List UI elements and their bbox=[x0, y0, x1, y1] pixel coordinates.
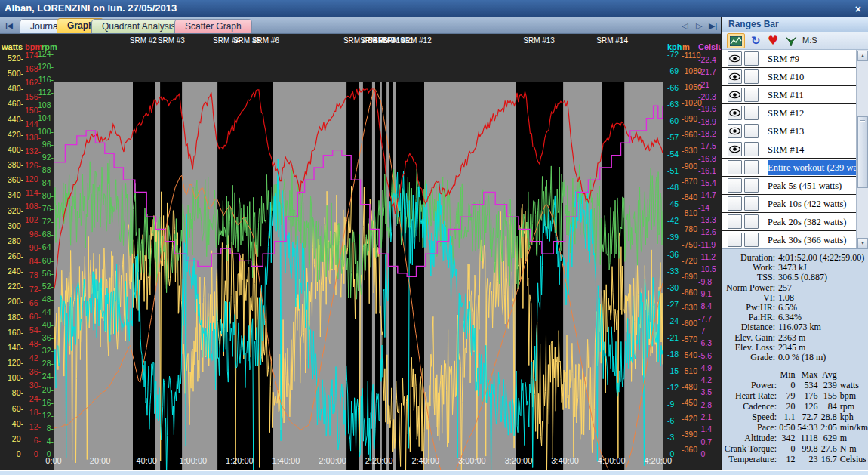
axis-label: -21.7 bbox=[698, 67, 716, 76]
axis-label: -750 bbox=[682, 240, 697, 249]
axis-label: 84- bbox=[38, 178, 54, 187]
time-axis-label: 3:20:00 bbox=[505, 456, 533, 465]
eye-icon[interactable] bbox=[728, 124, 742, 138]
axis-label: 440- bbox=[2, 115, 23, 124]
graph-toggle-button[interactable] bbox=[727, 33, 745, 48]
scroll-down-button[interactable]: ▼ bbox=[857, 238, 868, 248]
range-checkbox[interactable] bbox=[744, 69, 759, 84]
range-checkbox[interactable] bbox=[744, 124, 759, 138]
range-row[interactable]: SRM #13 bbox=[722, 122, 868, 140]
axis-label: -30 bbox=[667, 283, 679, 292]
axis-label: -11.2 bbox=[698, 252, 716, 261]
range-label[interactable]: SRM #12 bbox=[768, 106, 868, 121]
range-checkbox[interactable] bbox=[744, 106, 759, 120]
tab-nav-last-button[interactable]: ▶| bbox=[709, 20, 717, 31]
range-label[interactable]: SRM #14 bbox=[768, 142, 868, 157]
time-axis-label: 1:20:00 bbox=[226, 456, 254, 465]
axis-label: 68- bbox=[38, 230, 54, 239]
axis-label: -18.2 bbox=[698, 129, 716, 138]
range-checkbox[interactable] bbox=[744, 51, 759, 66]
heart-icon[interactable]: ♥ bbox=[768, 33, 778, 48]
axis-label: -66 bbox=[667, 83, 679, 92]
srm-marker-label: SRM #3 bbox=[158, 36, 185, 45]
tab-scroll-left-button[interactable]: |◀ bbox=[3, 20, 15, 31]
axis-label: -2.1 bbox=[698, 412, 712, 421]
axis-label: -450 bbox=[682, 398, 697, 407]
range-label[interactable]: Peak 30s (366 watts) bbox=[768, 233, 868, 248]
axis-label: 108- bbox=[38, 100, 54, 109]
tab-nav-next-button[interactable]: ▷ bbox=[696, 20, 702, 31]
range-row[interactable]: SRM #9 bbox=[722, 50, 868, 68]
range-checkbox[interactable] bbox=[744, 196, 759, 211]
axis-label: -900 bbox=[682, 162, 697, 171]
range-label[interactable]: SRM #9 bbox=[768, 51, 868, 66]
workout-plot[interactable] bbox=[54, 82, 663, 475]
axis-label: 320- bbox=[2, 206, 23, 215]
ranges-scrollbar[interactable]: ▲▼ bbox=[856, 50, 868, 249]
visibility-toggle[interactable] bbox=[728, 178, 742, 193]
eye-icon[interactable] bbox=[728, 142, 742, 156]
range-row[interactable]: Entire workout (239 watts) bbox=[722, 159, 868, 177]
range-label[interactable]: SRM #11 bbox=[768, 88, 868, 103]
close-button[interactable]: × bbox=[855, 1, 861, 17]
horizontal-scrollbar[interactable] bbox=[0, 470, 868, 475]
axis-label: -18.9 bbox=[698, 117, 716, 126]
axis-label: -72 bbox=[667, 50, 679, 59]
axis-label: 140- bbox=[2, 343, 23, 352]
axis-label: watts bbox=[2, 42, 23, 51]
axis-label: -18 bbox=[667, 350, 679, 359]
range-label[interactable]: Entire workout (239 watts) bbox=[768, 160, 868, 175]
range-checkbox[interactable] bbox=[744, 142, 759, 156]
table-row: Pace:0:5054:332:05min/km bbox=[722, 422, 868, 433]
axis-label: -690 bbox=[682, 272, 697, 281]
axis-label: 112- bbox=[38, 88, 54, 97]
axis-label: -780 bbox=[682, 224, 697, 233]
range-label[interactable]: SRM #10 bbox=[768, 69, 868, 85]
eye-icon[interactable] bbox=[728, 69, 742, 84]
table-header: Max bbox=[796, 369, 818, 380]
axis-label: -9 bbox=[667, 399, 674, 409]
scrollbar-thumb[interactable] bbox=[857, 116, 868, 188]
range-checkbox[interactable] bbox=[744, 214, 759, 229]
range-row[interactable]: SRM #14 bbox=[722, 140, 868, 159]
range-row[interactable]: Peak 10s (422 watts) bbox=[722, 195, 868, 213]
range-label[interactable]: Peak 10s (422 watts) bbox=[768, 196, 868, 211]
eye-icon[interactable] bbox=[728, 106, 742, 120]
time-axis-label: 2:20:00 bbox=[365, 456, 393, 465]
tab-scatter-graph[interactable]: Scatter Graph bbox=[174, 19, 252, 33]
range-row[interactable]: SRM #12 bbox=[722, 104, 868, 122]
axis-label: 400- bbox=[2, 145, 23, 154]
visibility-toggle[interactable] bbox=[728, 196, 742, 211]
stat-value: 116.073 km bbox=[778, 322, 821, 332]
range-row[interactable]: Peak 20s (382 watts) bbox=[722, 213, 868, 231]
refresh-icon[interactable]: ↻ bbox=[751, 34, 761, 48]
range-checkbox[interactable] bbox=[744, 160, 759, 174]
tab-quadrant-analysis[interactable]: Quadrant Analysis bbox=[91, 19, 186, 33]
stat-value: 306.5 (0.887) bbox=[778, 273, 827, 282]
scroll-up-button[interactable]: ▲ bbox=[857, 51, 868, 61]
range-label[interactable]: Peak 5s (451 watts) bbox=[768, 178, 868, 193]
eye-icon[interactable] bbox=[728, 88, 742, 102]
range-row[interactable]: Peak 5s (451 watts) bbox=[722, 177, 868, 195]
range-row[interactable]: SRM #11 bbox=[722, 86, 868, 104]
axis-label: Celsius bbox=[698, 42, 721, 51]
range-row[interactable]: SRM #10 bbox=[722, 68, 868, 86]
axis-label: -12.6 bbox=[698, 227, 716, 236]
range-checkbox[interactable] bbox=[744, 88, 759, 102]
axis-label: -570 bbox=[682, 335, 697, 344]
stat-value: 0.0 % (18 m) bbox=[778, 353, 826, 362]
range-checkbox[interactable] bbox=[744, 178, 759, 193]
visibility-toggle[interactable] bbox=[728, 214, 742, 229]
range-row[interactable]: Peak 30s (366 watts) bbox=[722, 231, 868, 249]
eye-icon[interactable] bbox=[728, 51, 742, 66]
graph-panel: wattsbpmrpmkphmCelsius520-500-480-460-44… bbox=[0, 34, 721, 475]
visibility-toggle[interactable] bbox=[728, 233, 742, 247]
range-label[interactable]: SRM #13 bbox=[768, 124, 868, 139]
tab-nav-prev-button[interactable]: ◁ bbox=[682, 20, 688, 31]
range-checkbox[interactable] bbox=[744, 233, 759, 247]
range-label[interactable]: Peak 20s (382 watts) bbox=[768, 214, 868, 230]
table-row: Speed:1.172.728.8kph bbox=[722, 412, 868, 422]
axis-label: -870 bbox=[682, 177, 697, 186]
visibility-toggle[interactable] bbox=[728, 160, 742, 174]
intervals-icon[interactable] bbox=[786, 35, 797, 49]
